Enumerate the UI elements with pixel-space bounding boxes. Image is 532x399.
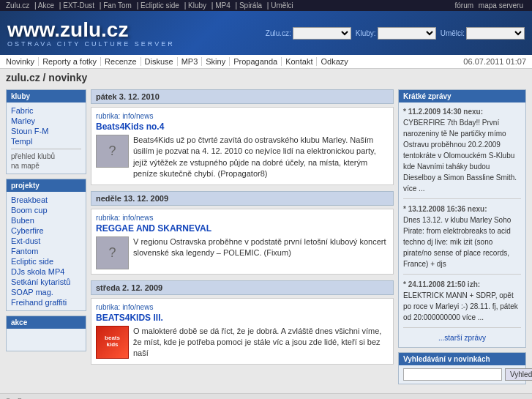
news-body-3: beatskids O malokteré době se dá říct, ž… [96,326,389,359]
news-title-1[interactable]: Beats4Kids no.4 [96,122,389,132]
news-item-2: rubrika: info/news REGGAE AND SKARNEVAL … [91,209,394,275]
sidebar-projekty-box: projekty Breakbeat Boom cup Buben Cyberf… [6,179,86,311]
news-date-3: středa 2. 12. 2009 [91,280,394,295]
kratke-zpravy-content: * 11.2.2009 14:30 nexu: CYBERFIRE 7th Bd… [399,102,525,347]
topnav-forum-link[interactable]: fórum [455,1,474,10]
kratke-zpravy-box: Krátké zprávy * 11.2.2009 14:30 nexu: CY… [398,89,526,348]
nav-mp3[interactable]: MP3 [178,57,203,66]
kratke-text-2: Dnes 13.12. v klubu Marley Soho Pirate: … [403,215,521,269]
sidebar-item-fabric[interactable]: Fabric [11,105,81,116]
news-rubrika-1: rubrika: info/news [96,112,389,120]
zulu-select[interactable] [293,27,351,40]
nav-novinky[interactable]: Novinky [6,57,39,66]
topnav-mapa-link[interactable]: mapa serveru [479,1,523,10]
sidebar-item-djskola[interactable]: DJs skola MP4 [11,266,81,277]
kluby-select-label: Kluby: [356,29,376,37]
zulu-select-group: Zulu.cz: [266,27,351,40]
news-text-1: Beats4Kids už po čtvrté zavítá do ostrav… [133,135,389,180]
search-box: Vyhledat [399,365,525,384]
left-sidebar: kluby Fabric Marley Stoun F-M Templ přeh… [6,89,86,389]
sidebar-akce-box: akce [6,316,86,351]
top-nav-right: fórum mapa serveru [455,1,526,10]
right-sidebar: Krátké zprávy * 11.2.2009 14:30 nexu: CY… [398,89,526,389]
news-image-2: ? [96,236,129,269]
content-area: kluby Fabric Marley Stoun F-M Templ přeh… [0,85,532,393]
news-rubrika-value-3: info/news [122,303,153,311]
sidebar-item-buben[interactable]: Buben [11,215,81,225]
news-title-3[interactable]: BEATS4KIDS III. [96,313,389,323]
nav-propaganda[interactable]: Propaganda [230,57,282,66]
topnav-link-umelci[interactable]: Umělci [271,1,293,10]
kratke-date-2: * 13.12.2008 16:36 nexu: [403,204,521,215]
news-rubrika-value-2: info/news [122,214,153,222]
sidebar-projekty-title: projekty [7,179,86,192]
topnav-link-zulu[interactable]: Zulu.cz [6,1,29,10]
sidebar-akce-content [7,329,86,351]
nav-diskuse[interactable]: Diskuse [141,57,178,66]
topnav-link-kluby[interactable]: Kluby [188,1,206,10]
nav-skiny[interactable]: Skiny [202,57,230,66]
sidebar-prehled-klubu[interactable]: přehled klubů [11,152,81,161]
topnav-link-mp4[interactable]: MP4 [215,1,231,10]
topnav-link-spirala[interactable]: Spirála [239,1,262,10]
sidebar-item-breakbeat[interactable]: Breakbeat [11,195,81,205]
sidebar-kluby-title: kluby [7,90,86,102]
kratke-item-2: * 13.12.2008 16:36 nexu: Dnes 13.12. v k… [403,204,521,275]
kratke-date-3: * 24.11.2008 21:50 izh: [403,279,521,290]
kluby-select-group: Kluby: [356,27,436,40]
search-button[interactable]: Vyhledat [505,368,532,381]
kratke-item-1: * 11.2.2009 14:30 nexu: CYBERFIRE 7th Bd… [403,106,521,199]
kratke-text-3: ELEKTRICK MANN + SDRP, opět po roce v Ma… [403,290,521,323]
current-datetime: 06.07.2011 01:07 [463,57,526,66]
topnav-link-ecliptic[interactable]: Ecliptic side [141,1,179,10]
site-subtitle: OSTRAVA CITY CULTURE SERVER [7,40,175,48]
topnav-link-fan-tom[interactable]: Fan Tom [103,1,132,10]
kluby-select[interactable] [378,27,436,40]
starsi-zpravy-link[interactable]: ...starší zprávy [403,332,521,343]
news-image-3: beatskids [96,326,129,359]
news-date-1: pátek 3. 12. 2010 [91,89,394,104]
topnav-link-akce[interactable]: Akce [38,1,54,10]
nav-recenze[interactable]: Recenze [101,57,141,66]
sidebar-item-extdust[interactable]: Ext-dust [11,236,81,246]
sidebar-kluby-box: kluby Fabric Marley Stoun F-M Templ přeh… [6,89,86,174]
sidebar-item-setkani[interactable]: Setkání kytaristů [11,277,81,287]
sidebar-item-boomcup[interactable]: Boom cup [11,205,81,215]
news-rubrika-value-1: info/news [122,112,153,120]
umelci-select-label: Umělci: [441,29,465,37]
sidebar-item-stoun[interactable]: Stoun F-M [11,126,81,136]
zulu-select-label: Zulu.cz: [266,29,291,37]
kratke-date-1: * 11.2.2009 14:30 nexu: [403,106,521,117]
sidebar-kluby-content: Fabric Marley Stoun F-M Templ přehled kl… [7,102,86,174]
search-input[interactable] [403,368,502,381]
nav-reporty[interactable]: Reporty a fotky [39,57,101,66]
nav-odkazy[interactable]: Odkazy [317,57,351,66]
news-text-2: V regionu Ostravska proběhne v podstatě … [133,236,389,269]
top-nav-links: Zulu.cz | Akce | EXT-Dust | Fan Tom | Ec… [6,1,296,10]
umelci-select-group: Umělci: [441,27,525,40]
sidebar-item-ecliptic[interactable]: Ecliptic side [11,256,81,266]
nav-kontakt[interactable]: Kontakt [282,57,317,66]
kratke-item-3: * 24.11.2008 21:50 izh: ELEKTRICK MANN +… [403,279,521,328]
sidebar-item-marley[interactable]: Marley [11,116,81,126]
sidebar-item-cyberfire[interactable]: Cyberfire [11,225,81,236]
sidebar-item-soap[interactable]: SOAP mag. [11,287,81,297]
sidebar-item-freihand[interactable]: Freihand graffiti [11,297,81,307]
news-item-3: rubrika: info/news BEATS4KIDS III. beats… [91,298,394,365]
sidebar-item-fantom[interactable]: Fantom [11,246,81,256]
news-item-1: rubrika: info/news Beats4Kids no.4 ? Bea… [91,107,394,185]
kratke-text-1: CYBERFIRE 7th Bday!! První narozeniny tě… [403,117,521,194]
site-logo: www.zulu.cz [7,18,175,42]
sidebar-item-templ[interactable]: Templ [11,136,81,146]
umelci-select[interactable] [466,27,525,40]
main-nav-links: Novinky Reporty a fotky Recenze Diskuse … [6,57,352,66]
news-body-2: ? V regionu Ostravska proběhne v podstat… [96,236,389,269]
topnav-link-ext-dust[interactable]: EXT-Dust [63,1,94,10]
news-image-1: ? [96,135,129,168]
page-title: zulu.cz / novinky [0,69,532,85]
sidebar-divider [11,149,81,149]
news-title-2[interactable]: REGGAE AND SKARNEVAL [96,223,389,234]
news-body-1: ? Beats4Kids už po čtvrté zavítá do ostr… [96,135,389,180]
main-nav: Novinky Reporty a fotky Recenze Diskuse … [0,55,532,69]
sidebar-na-mape[interactable]: na mapě [11,161,81,171]
